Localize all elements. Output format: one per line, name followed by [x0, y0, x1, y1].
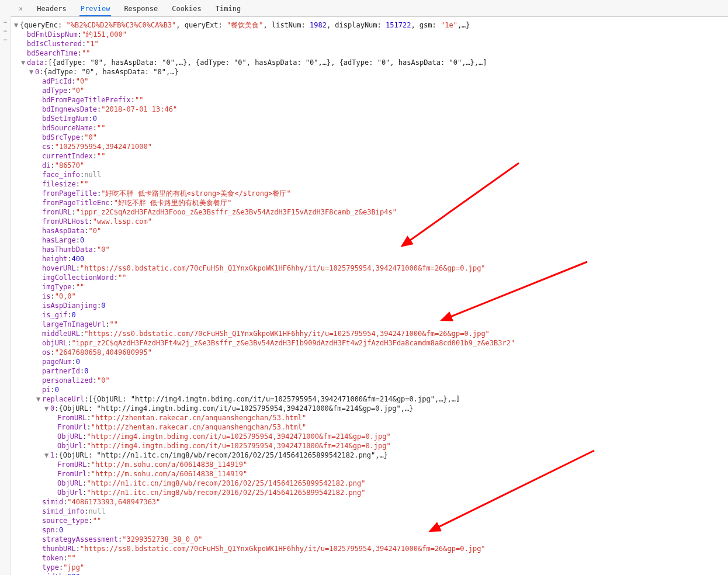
- kv-bdSrcType[interactable]: bdSrcType: "0": [14, 133, 728, 142]
- kv-hasAspData[interactable]: hasAspData: "0": [14, 226, 728, 235]
- kv-r1-FromURL[interactable]: FromURL: "http://m.sohu.com/a/60614838_1…: [14, 460, 728, 469]
- kv-adType[interactable]: adType: "0": [14, 86, 728, 95]
- json-tree[interactable]: ▼{queryEnc: "%B2%CD%D2%FB%C3%C0%CA%B3", …: [0, 17, 728, 575]
- kv-fromURLHost[interactable]: fromURLHost: "www.lssp.com": [14, 217, 728, 226]
- kv-r1-ObjUrl[interactable]: ObjUrl: "http://n1.itc.cn/img8/wb/recom/…: [14, 488, 728, 497]
- kv-os[interactable]: os: "2647680658,4049680995": [14, 348, 728, 357]
- kv-personalized[interactable]: personalized: "0": [14, 376, 728, 385]
- kv-currentIndex[interactable]: currentIndex: "": [14, 151, 728, 161]
- kv-bdSearchTime[interactable]: bdSearchTime: "": [14, 49, 728, 58]
- tab-headers[interactable]: Headers: [36, 2, 68, 16]
- kv-bdImgnewsDate[interactable]: bdImgnewsDate: "2018-07-01 13:46": [14, 105, 728, 114]
- expand-arrow-icon[interactable]: ▼: [44, 404, 50, 413]
- kv-replaceUrl-0[interactable]: ▼0: {ObjURL: "http://img4.imgtn.bdimg.co…: [14, 404, 728, 413]
- kv-r0-ObjUrl[interactable]: ObjUrl: "http://img4.imgtn.bdimg.com/it/…: [14, 441, 728, 451]
- kv-height[interactable]: height: 400: [14, 254, 728, 264]
- kv-source_type[interactable]: source_type: "": [14, 516, 728, 525]
- kv-imgType[interactable]: imgType: "": [14, 282, 728, 292]
- kv-type[interactable]: type: "jpg": [14, 563, 728, 572]
- kv-data-0[interactable]: ▼0: {adType: "0", hasAspData: "0",…}: [14, 67, 728, 77]
- kv-di[interactable]: di: "86570": [14, 161, 728, 170]
- kv-bdFmtDispNum[interactable]: bdFmtDispNum: "约151,000": [14, 30, 728, 39]
- kv-data[interactable]: ▼data: [{adType: "0", hasAspData: "0",…}…: [14, 58, 728, 67]
- kv-r0-FromURL[interactable]: FromURL: "http://zhentan.rakecar.cn/anqu…: [14, 413, 728, 422]
- kv-bdIsClustered[interactable]: bdIsClustered: "1": [14, 39, 728, 49]
- kv-hasThumbData[interactable]: hasThumbData: "0": [14, 245, 728, 254]
- kv-width[interactable]: width: 600: [14, 572, 728, 575]
- kv-face_info[interactable]: face_info: null: [14, 170, 728, 179]
- kv-fromPageTitle[interactable]: fromPageTitle: "好吃不胖 低卡路里的有机<strong>美食</…: [14, 189, 728, 198]
- expand-arrow-icon[interactable]: ▼: [44, 451, 50, 460]
- kv-is[interactable]: is: "0,0": [14, 292, 728, 301]
- kv-replaceUrl[interactable]: ▼replaceUrl: [{ObjURL: "http://img4.imgt…: [14, 394, 728, 404]
- tab-timing[interactable]: Timing: [214, 2, 242, 16]
- kv-replaceUrl-1[interactable]: ▼1: {ObjURL: "http://n1.itc.cn/img8/wb/r…: [14, 451, 728, 460]
- kv-filesize[interactable]: filesize: "": [14, 179, 728, 189]
- kv-pageNum[interactable]: pageNum: 0: [14, 357, 728, 366]
- kv-bdSourceName[interactable]: bdSourceName: "": [14, 123, 728, 133]
- kv-hoverURL[interactable]: hoverURL: "https://ss0.bdstatic.com/70cF…: [14, 264, 728, 273]
- root-summary: {queryEnc: "%B2%CD%D2%FB%C3%C0%CA%B3", q…: [20, 20, 470, 30]
- kv-r1-ObjURL[interactable]: ObjURL: "http://n1.itc.cn/img8/wb/recom/…: [14, 479, 728, 488]
- tree-root[interactable]: ▼{queryEnc: "%B2%CD%D2%FB%C3%C0%CA%B3", …: [14, 20, 728, 30]
- kv-partnerId[interactable]: partnerId: 0: [14, 366, 728, 376]
- kv-fromPageTitleEnc[interactable]: fromPageTitleEnc: "好吃不胖 低卡路里的有机美食餐厅": [14, 198, 728, 207]
- kv-pi[interactable]: pi: 0: [14, 385, 728, 394]
- kv-imgCollectionWord[interactable]: imgCollectionWord: "": [14, 273, 728, 282]
- tab-response[interactable]: Response: [123, 2, 159, 16]
- close-tab-icon[interactable]: ×: [18, 2, 24, 16]
- kv-objURL[interactable]: objURL: "ippr_z2C$qAzdH3FAzdH3Ft4w2j_z&e…: [14, 338, 728, 348]
- kv-largeTnImageUrl[interactable]: largeTnImageUrl: "": [14, 320, 728, 329]
- kv-r0-ObjURL[interactable]: ObjURL: "http://img4.imgtn.bdimg.com/it/…: [14, 432, 728, 441]
- kv-thumbURL[interactable]: thumbURL: "https://ss0.bdstatic.com/70cF…: [14, 544, 728, 553]
- kv-token[interactable]: token: "": [14, 553, 728, 563]
- expand-arrow-icon[interactable]: ▼: [36, 394, 42, 404]
- expand-arrow-icon[interactable]: ▼: [29, 67, 35, 77]
- kv-bdSetImgNum[interactable]: bdSetImgNum: 0: [14, 114, 728, 123]
- kv-simid[interactable]: simid: "4086173393,648947363": [14, 497, 728, 507]
- devtools-tabs: × Headers Preview Response Cookies Timin…: [0, 0, 728, 17]
- expand-arrow-icon[interactable]: ▼: [14, 20, 20, 30]
- kv-r0-FromUrl[interactable]: FromUrl: "http://zhentan.rakecar.cn/anqu…: [14, 422, 728, 432]
- kv-strategyAssessment[interactable]: strategyAssessment: "3299352738_38_0_0": [14, 535, 728, 544]
- kv-bdFromPageTitlePrefix[interactable]: bdFromPageTitlePrefix: "": [14, 95, 728, 105]
- kv-spn[interactable]: spn: 0: [14, 525, 728, 535]
- kv-cs[interactable]: cs: "1025795954,3942471000": [14, 142, 728, 151]
- kv-fromURL[interactable]: fromURL: "ippr_z2C$qAzdH3FAzdH3Fooo_z&e3…: [14, 207, 728, 217]
- kv-r1-FromUrl[interactable]: FromUrl: "http://m.sohu.com/a/60614838_1…: [14, 469, 728, 479]
- kv-is_gif[interactable]: is_gif: 0: [14, 310, 728, 320]
- kv-isAspDianjing[interactable]: isAspDianjing: 0: [14, 301, 728, 310]
- kv-middleURL[interactable]: middleURL: "https://ss0.bdstatic.com/70c…: [14, 329, 728, 338]
- kv-simid_info[interactable]: simid_info: null: [14, 507, 728, 516]
- kv-adPicId[interactable]: adPicId: "0": [14, 77, 728, 86]
- tab-preview[interactable]: Preview: [79, 2, 112, 16]
- expand-arrow-icon[interactable]: ▼: [21, 58, 27, 67]
- tab-cookies[interactable]: Cookies: [171, 2, 203, 16]
- kv-hasLarge[interactable]: hasLarge: 0: [14, 235, 728, 245]
